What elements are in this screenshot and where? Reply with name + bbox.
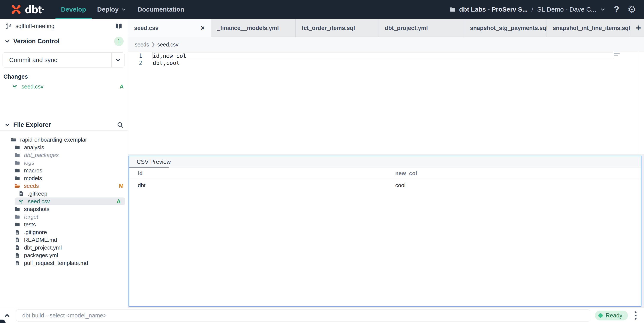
git-branch-row[interactable]: sqlfluff-meeting (0, 19, 128, 34)
folder-icon (14, 175, 21, 181)
search-icon[interactable] (117, 122, 124, 128)
docs-book-icon[interactable] (115, 23, 122, 30)
cell-value: dbt (129, 182, 395, 189)
column-header: new_col (395, 170, 641, 176)
question-mark-icon: ? (614, 4, 619, 14)
code-editor[interactable]: 1 id,new_col 2 dbt,cool (128, 52, 644, 154)
chevron-down-icon (600, 6, 606, 12)
tree-item-folder[interactable]: snapshots (0, 205, 128, 213)
commit-options-caret[interactable] (112, 53, 124, 67)
tree-item-file[interactable]: .gitignore (0, 228, 128, 236)
line-content: id,new_col (153, 53, 186, 59)
version-control-header[interactable]: Version Control 1 (0, 34, 128, 49)
folder-icon (14, 206, 21, 212)
project-name: SL Demo - Dave C... (537, 6, 596, 13)
help-button[interactable]: ? (614, 4, 619, 14)
settings-button[interactable]: ⚙ (628, 4, 636, 14)
tree-item-file[interactable]: pull_request_template.md (0, 259, 128, 267)
csv-preview-title: CSV Preview (137, 159, 171, 165)
folder-icon (14, 168, 21, 174)
folder-icon (449, 6, 456, 13)
tree-item-folder[interactable]: macros (0, 167, 128, 174)
csv-data-row: dbt cool (129, 179, 641, 192)
tab-seed-csv[interactable]: seed.csv ✕ (128, 19, 211, 37)
left-sidebar: sqlfluff-meeting Version Control 1 Commi… (0, 19, 128, 308)
file-icon (14, 252, 21, 258)
cell-value: cool (395, 182, 641, 189)
column-header: id (129, 170, 395, 176)
tab-snapshot-stg-payments-sql[interactable]: snapshot_stg_payments.sql (464, 19, 547, 37)
tree-item-seed-csv[interactable]: seed.csv A (15, 198, 125, 205)
dbt-logo[interactable]: dbt (10, 3, 44, 16)
expand-panel-button[interactable] (0, 312, 14, 319)
file-icon (14, 237, 21, 243)
tree-item-folder[interactable]: logs (0, 159, 128, 167)
chevron-down-icon (121, 7, 126, 12)
tree-item-folder[interactable]: analysis (0, 144, 128, 151)
folder-icon (14, 222, 21, 228)
editor-scrollbar-track[interactable] (638, 52, 638, 154)
branch-name: sqlfluff-meeting (16, 23, 55, 30)
tree-item-folder[interactable]: tests (0, 220, 128, 228)
editor-minimap[interactable] (613, 52, 638, 154)
brand-period (42, 9, 44, 10)
commit-and-sync-button[interactable]: Commit and sync (2, 52, 124, 68)
line-number: 2 (128, 60, 142, 66)
nav-deploy[interactable]: Deploy (92, 0, 132, 19)
line-content: dbt,cool (153, 60, 180, 66)
tree-item-folder[interactable]: models (0, 174, 128, 182)
line-number: 1 (128, 53, 142, 59)
brand-wordmark: dbt (25, 3, 42, 16)
status-dot-icon (598, 313, 603, 318)
main-nav: Develop Deploy Documentation (56, 0, 190, 19)
folder-icon (14, 144, 21, 150)
close-icon[interactable]: ✕ (194, 25, 205, 32)
tree-item-folder[interactable]: target (0, 213, 128, 220)
new-tab-button[interactable]: + (632, 19, 644, 37)
csv-preview-panel: CSV Preview id new_col dbt cool (128, 156, 642, 306)
folder-icon (14, 214, 21, 220)
nav-develop[interactable]: Develop (56, 0, 92, 19)
csv-preview-tab[interactable]: CSV Preview (129, 156, 641, 168)
tree-item-file[interactable]: .gitkeep (0, 190, 128, 198)
folder-icon (14, 152, 21, 158)
tree-item-file[interactable]: packages.yml (0, 252, 128, 259)
seedling-icon (12, 84, 18, 90)
dbt-logo-icon (10, 4, 22, 15)
git-status-badge: A (120, 83, 124, 90)
account-separator: / (532, 6, 533, 13)
git-branch-icon (6, 23, 12, 30)
folder-open-icon (10, 136, 17, 143)
tab-snapshot-int-line-items-sql[interactable]: snapshot_int_line_items.sql (547, 19, 630, 37)
editor-tab-bar: seed.csv ✕ _finance__models.yml fct_orde… (128, 19, 644, 37)
command-bar: Ready (0, 308, 644, 323)
file-explorer-header[interactable]: File Explorer (0, 119, 128, 131)
command-input[interactable] (16, 310, 590, 322)
csv-header-row: id new_col (129, 168, 641, 179)
code-line[interactable]: 1 id,new_col (128, 52, 644, 59)
tree-item-folder[interactable]: dbt_packages (0, 151, 128, 159)
top-bar: dbt Develop Deploy Documentation dbt Lab… (0, 0, 644, 19)
version-control-title: Version Control (13, 38, 60, 45)
chevron-down-icon (4, 122, 10, 128)
folder-icon (14, 160, 21, 166)
tab-dbt-project-yml[interactable]: dbt_project.yml (379, 19, 464, 37)
tree-item-seeds-folder[interactable]: seeds M (0, 182, 128, 190)
minimap-line (614, 55, 618, 56)
file-icon (14, 245, 21, 250)
tree-item-file[interactable]: README.md (0, 236, 128, 244)
file-explorer-title: File Explorer (13, 121, 51, 128)
kebab-menu-icon[interactable] (633, 310, 638, 321)
code-line[interactable]: 2 dbt,cool (128, 59, 644, 66)
tab-fct-order-items-sql[interactable]: fct_order_items.sql (296, 19, 379, 37)
changed-file-row[interactable]: seed.csv A (0, 82, 128, 91)
file-icon (14, 230, 21, 235)
nav-documentation[interactable]: Documentation (132, 0, 190, 19)
changes-section-label: Changes (4, 74, 128, 80)
breadcrumb-folder[interactable]: seeds (135, 42, 149, 48)
breadcrumb-file[interactable]: seed.csv (157, 42, 178, 48)
tree-item-root-folder[interactable]: rapid-onboarding-exemplar (0, 136, 128, 144)
tree-item-file[interactable]: dbt_project.yml (0, 244, 128, 252)
account-project-selector[interactable]: dbt Labs - ProServ S... / SL Demo - Dave… (449, 6, 606, 13)
tab-finance-models-yml[interactable]: _finance__models.yml (211, 19, 296, 37)
